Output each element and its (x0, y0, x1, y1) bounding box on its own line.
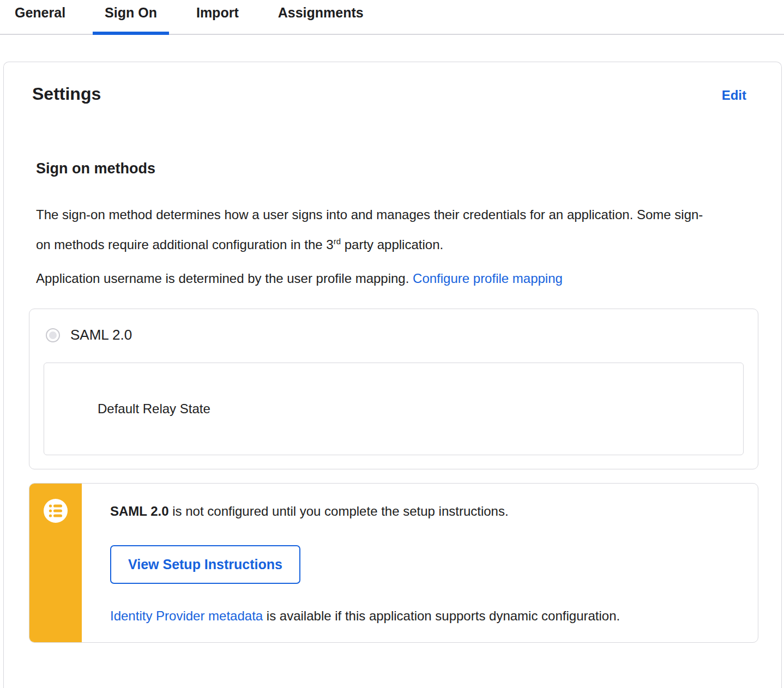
sign-on-settings-page: General Sign On Import Assignments Setti… (0, 0, 784, 688)
saml-setup-callout: SAML 2.0 is not configured until you com… (29, 483, 758, 643)
tab-import[interactable]: Import (184, 0, 251, 34)
sign-on-methods-description: The sign-on method determines how a user… (36, 201, 704, 258)
callout-message: SAML 2.0 is not configured until you com… (110, 503, 741, 520)
tab-general[interactable]: General (3, 0, 77, 34)
saml-method-box: SAML 2.0 Default Relay State (29, 309, 758, 469)
saml-radio-label: SAML 2.0 (70, 327, 132, 343)
configure-profile-mapping-link[interactable]: Configure profile mapping (413, 271, 563, 286)
identity-provider-metadata-link[interactable]: Identity Provider metadata (110, 608, 263, 623)
saml-radio-button[interactable] (46, 328, 60, 342)
description-superscript: rd (334, 237, 341, 246)
default-relay-state-fieldset: Default Relay State (44, 363, 744, 455)
app-tabbar: General Sign On Import Assignments (0, 0, 784, 35)
edit-link[interactable]: Edit (722, 88, 746, 103)
settings-card-header: Settings Edit (29, 84, 757, 104)
metadata-line: Identity Provider metadata is available … (110, 608, 741, 624)
callout-message-text: is not configured until you complete the… (169, 504, 509, 518)
callout-message-bold: SAML 2.0 (110, 504, 169, 518)
callout-body: SAML 2.0 is not configured until you com… (82, 484, 758, 642)
saml-radio-row: SAML 2.0 (44, 327, 744, 343)
username-mapping-line: Application username is determined by th… (36, 270, 757, 287)
default-relay-state-label: Default Relay State (98, 401, 210, 417)
tab-sign-on[interactable]: Sign On (93, 0, 169, 34)
page-title: Settings (32, 84, 101, 104)
username-mapping-text: Application username is determined by th… (36, 271, 413, 286)
bulleted-list-icon (43, 498, 69, 642)
tab-assignments[interactable]: Assignments (266, 0, 376, 34)
description-text-2: party application. (341, 237, 443, 252)
metadata-line-text: is available if this application support… (263, 608, 620, 623)
settings-card: Settings Edit Sign on methods The sign-o… (3, 62, 782, 688)
view-setup-instructions-button[interactable]: View Setup Instructions (110, 545, 300, 584)
sign-on-methods-heading: Sign on methods (36, 160, 757, 177)
callout-warning-stripe (29, 484, 82, 642)
radio-dot (49, 331, 57, 339)
